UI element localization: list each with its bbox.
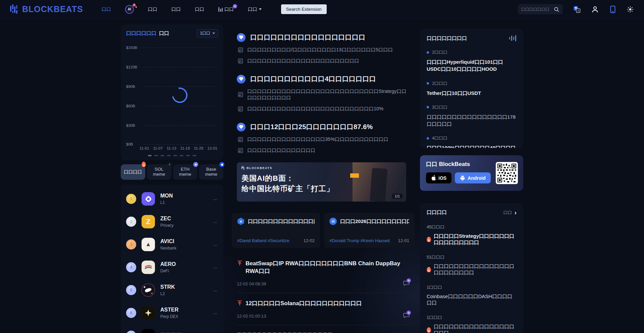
token-row-aster[interactable]: 6 ASTERPerp DEX →	[126, 301, 218, 324]
y-axis-tick: $150B	[126, 46, 137, 50]
y-axis-tick: $60B	[126, 104, 135, 108]
carousel-dot[interactable]	[173, 155, 177, 156]
news-item[interactable]: BeatSwap口IP RWA口口口口口口口口BNB Chain DappBay…	[237, 253, 410, 293]
ai-sparkle-icon: AI	[125, 5, 134, 14]
flame-icon	[427, 237, 431, 242]
token-row-7[interactable]: 7 币安人生 口口口口 →	[126, 324, 218, 333]
nav-item-data[interactable]: 口口 n	[218, 6, 234, 12]
rank-badge: 2	[126, 217, 136, 227]
tab-trending[interactable]: 口口口口	[121, 164, 145, 180]
mobile-app-icon[interactable]	[609, 5, 616, 13]
whale-item[interactable]: 2口口口 Tether口口10口口USDT	[427, 80, 517, 97]
promo-banner[interactable]: BLOCKBEATS 美国AI的B面： 给中国比特币矿主「打工」 1/1	[237, 162, 406, 202]
hot-article-item[interactable]: 45口口口 口口口口口Strategy口口口口口口口口口口口口口口口口	[427, 224, 517, 246]
right-column: 口口口口口口口口 2口口口 口口口口Hyperliquid口口101口口USDC…	[420, 24, 523, 333]
carousel-dot[interactable]	[167, 155, 171, 156]
nav-item-more[interactable]: 口口	[248, 6, 262, 12]
bullet-dot	[427, 82, 429, 85]
mon-logo-icon	[142, 192, 155, 206]
doc-icon	[238, 47, 243, 53]
more-link[interactable]: 口口 ›	[503, 209, 517, 216]
doc-icon	[238, 137, 243, 142]
hot-article-item[interactable]: 1口口口 Coinbase口口口口口口DASH口口口口口口	[427, 284, 517, 306]
token-symbol: AVICI	[160, 238, 174, 244]
android-download-button[interactable]: Android	[455, 172, 491, 183]
hot-article-item[interactable]: 51口口口 口口口口口口口口口口口口口口口口口口口口口口口口	[427, 254, 517, 276]
hashtags[interactable]: #Donald Trump #Kevin Hassett	[329, 238, 390, 243]
hot-article-item[interactable]: 1口口口 口口口口口口口口口口口口口口口口口口口	[427, 315, 517, 333]
nav-right-cluster: A	[518, 4, 634, 14]
tab-base-meme[interactable]: Basememe	[199, 164, 223, 180]
token-logo-icon: 币安人生	[142, 329, 155, 333]
token-row-strk[interactable]: 5 STRKL2 →	[126, 279, 218, 301]
search-extension-button[interactable]: Search Extension	[281, 4, 327, 14]
article-title: Coinbase口口口口口口DASH口口口口口口	[427, 293, 517, 306]
arrow-right-icon[interactable]: →	[212, 241, 218, 248]
arrow-right-icon[interactable]: →	[212, 286, 218, 294]
digest-item[interactable]: 口口口口口口口口口口口口口口口口口口口口口口口口口口口Strategy口口口口口…	[238, 88, 410, 101]
zec-logo-icon: Z	[142, 215, 155, 228]
nav-item-2[interactable]: 口口	[148, 6, 157, 12]
nav-item-4[interactable]: 口口	[195, 6, 204, 12]
whale-item[interactable]: 4口口口 口口口100%口口口口口口口40口口口口口500口BTC	[427, 135, 517, 148]
translate-icon[interactable]: A	[573, 5, 581, 13]
blockbeats-logo[interactable]: BLOCKBEATS	[10, 4, 83, 14]
user-icon[interactable]	[591, 5, 599, 13]
search-input[interactable]	[521, 7, 551, 12]
carousel-dot[interactable]	[193, 155, 196, 156]
hashtags[interactable]: #David Balland #Securitize	[237, 238, 289, 243]
news-item[interactable]: 口口口口口口口口口口口口口口口口口口口 12-02 16:57:49 n	[237, 325, 410, 333]
digest-item[interactable]: 口口口口口口口口口/口口口口口口口口口13口口口口口口口5口口口	[238, 47, 410, 53]
token-row-zec[interactable]: 2 Z ZECPrivacy →	[126, 210, 218, 233]
digest-headline[interactable]: 口口口口口口口口口口口4口口口口口口口	[237, 74, 410, 84]
digest-item[interactable]: 口口口口口口口口口口口口口口	[238, 147, 410, 154]
ios-download-button[interactable]: iOS	[426, 172, 451, 183]
token-row-aero[interactable]: 4 AERODeFi →	[126, 256, 218, 279]
arrow-right-icon[interactable]: →	[212, 195, 218, 203]
search-icon[interactable]	[553, 6, 559, 12]
digest-headline[interactable]: 口口口12口口口25口口口口口口口87.6%	[237, 122, 410, 131]
nav-item-3[interactable]: 口口	[171, 6, 181, 12]
digest-item[interactable]: 口口口口口口口口口口口口口口口口口口口口口口口	[238, 58, 410, 64]
arrow-right-icon[interactable]: →	[212, 264, 218, 271]
feature-card-1[interactable]: ★ 口口口口口口口口口口口口口口口口口口口口口口口 #David Balland…	[232, 213, 320, 248]
theme-toggle-icon[interactable]	[627, 6, 634, 13]
comment-icon[interactable]: n	[403, 312, 410, 320]
arrow-right-icon[interactable]: →	[212, 309, 218, 317]
digest-headline[interactable]: 口口口口口口口口口口口口口口口口口	[237, 33, 410, 42]
base-icon	[219, 162, 224, 167]
app-download-card: 口口 BlockBeats iOS Android	[420, 155, 523, 191]
tab-sol-meme[interactable]: SOLmeme ≡	[147, 164, 171, 180]
nav-item-home[interactable]: 口口	[102, 6, 111, 12]
carousel-dot[interactable]	[154, 155, 158, 156]
signal-bars-icon[interactable]	[509, 35, 517, 42]
news-item[interactable]: 12口口口口口Solana口口口口口口口口口口口 12-02 01:00:13 …	[237, 293, 410, 325]
token-row-mon[interactable]: 1 MONL1 →	[126, 187, 218, 210]
comment-icon[interactable]: n	[403, 280, 410, 287]
nav-item-ai[interactable]: AI	[125, 5, 134, 14]
token-row-avici[interactable]: 3 ▲ AVICINeobank →	[126, 233, 218, 256]
article-time: 1口口口	[427, 284, 517, 290]
carousel-dot[interactable]	[180, 155, 183, 156]
rank-badge: 4	[126, 262, 136, 272]
logo-bars-icon	[241, 166, 245, 170]
feature-card-2[interactable]: 口口口2026口口口口口口口口口口口口口口口口口 #Donald Trump #…	[324, 213, 415, 248]
arrow-right-icon[interactable]: →	[212, 218, 218, 225]
whale-item[interactable]: 3口口口 口口口口口口口口口口口口口口口口178口口口口口	[427, 104, 517, 128]
carousel-dot[interactable]	[148, 155, 152, 156]
feature-title: 口口口2026口口口口口口口口口口口口口口口口口	[340, 218, 409, 225]
chevron-down-icon	[259, 8, 262, 10]
banner-title-line2: 给中国比特币矿主「打工」	[241, 184, 334, 194]
whale-item[interactable]: 2口口口 口口口口Hyperliquid口口101口口USDC口口10口口口口口…	[427, 49, 517, 73]
search-box[interactable]	[518, 4, 563, 14]
digest-item[interactable]: 口口口口口口口口口口口口口口口口口口口口口口口口口口10%	[238, 106, 410, 112]
chart-range-selector[interactable]: 1口口	[197, 29, 218, 38]
n-badge-icon: n	[407, 311, 411, 315]
pin-icon	[237, 300, 243, 306]
carousel-dot[interactable]	[186, 155, 190, 156]
token-symbol: 口口口口	[160, 332, 182, 333]
carousel-dot[interactable]	[161, 155, 164, 156]
rank-badge: 3	[126, 239, 136, 249]
digest-item[interactable]: 口口口口口口口口口口口口口口口口35%口口口口口口口口口口口	[238, 136, 410, 143]
tab-eth-meme[interactable]: ETHmeme ◆	[173, 164, 198, 180]
